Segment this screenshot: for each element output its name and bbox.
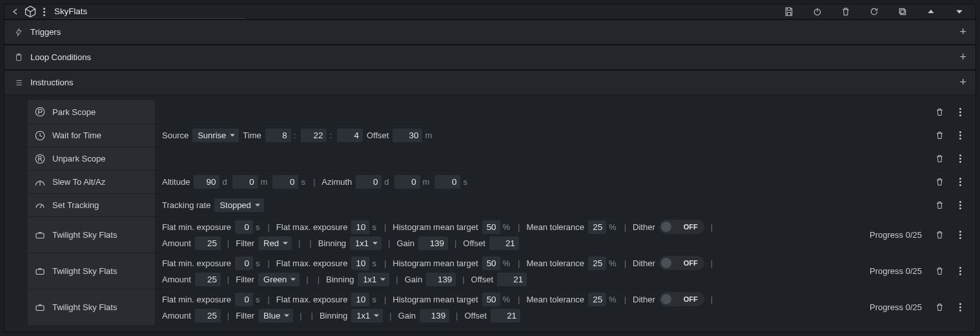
mean-tol-label: Mean tolerance [526, 258, 584, 268]
collapse-chevron-icon[interactable] [11, 8, 19, 16]
gain-input[interactable] [420, 309, 449, 322]
alt-min-input[interactable] [232, 175, 258, 189]
dither-toggle[interactable]: OFF [659, 220, 704, 234]
gain-input[interactable] [426, 273, 456, 286]
add-instruction-button[interactable]: + [959, 76, 966, 89]
filter-select[interactable]: Green [258, 273, 300, 286]
row-menu-icon[interactable] [958, 153, 963, 164]
flat-min-input[interactable] [235, 220, 253, 234]
sequence-header [5, 5, 975, 19]
row-menu-icon[interactable] [958, 130, 963, 141]
source-select[interactable]: Sunrise [192, 129, 239, 142]
alt-deg-input[interactable] [194, 175, 219, 189]
time-seconds-input[interactable] [337, 129, 363, 142]
gain-input[interactable] [418, 236, 448, 250]
offset-input[interactable] [489, 236, 519, 250]
instruction-row-tracking: Set Tracking Tracking rate Stopped [28, 193, 966, 216]
reset-icon[interactable] [868, 6, 880, 17]
power-icon[interactable] [812, 6, 823, 17]
trash-icon[interactable] [935, 230, 945, 240]
duplicate-icon[interactable] [897, 6, 908, 17]
row-menu-icon[interactable] [958, 176, 963, 187]
instructions-label: Instructions [30, 78, 73, 87]
row-title: Set Tracking [52, 200, 99, 210]
svg-rect-10 [36, 269, 44, 275]
trash-icon[interactable] [935, 302, 945, 312]
move-up-icon[interactable] [925, 6, 937, 17]
mean-tol-input[interactable] [588, 257, 606, 270]
park-icon [34, 106, 46, 118]
amount-input[interactable] [195, 236, 221, 250]
header-toolbar [783, 6, 969, 17]
list-icon [14, 78, 24, 88]
trash-icon[interactable] [935, 177, 945, 187]
az-deg-input[interactable] [356, 175, 382, 189]
filter-select[interactable]: Red [258, 236, 292, 250]
row-title: Twilight Sky Flats [52, 302, 117, 312]
amount-input[interactable] [195, 309, 221, 322]
clock-icon [34, 130, 46, 142]
unpark-icon [34, 153, 46, 165]
az-sec-input[interactable] [434, 175, 460, 189]
tracking-rate-select[interactable]: Stopped [214, 198, 263, 212]
row-title: Unpark Scope [52, 154, 105, 163]
binning-select[interactable]: 1x1 [350, 236, 382, 250]
amount-input[interactable] [195, 273, 221, 286]
binning-select[interactable]: 1x1 [358, 273, 389, 286]
row-header: Twilight Sky Flats [28, 289, 156, 325]
instruction-row-twilight: Twilight Sky Flats Flat min. exposure s … [28, 253, 966, 289]
trash-icon[interactable] [935, 200, 945, 210]
triggers-label: Triggers [30, 27, 61, 37]
add-trigger-button[interactable]: + [959, 25, 966, 39]
flat-max-input[interactable] [351, 220, 369, 234]
trash-icon[interactable] [935, 107, 945, 117]
offset-input[interactable] [393, 129, 422, 142]
time-hours-input[interactable] [265, 129, 291, 142]
hist-mean-input[interactable] [482, 220, 500, 234]
binning-select[interactable]: 1x1 [351, 309, 383, 322]
row-menu-icon[interactable] [958, 200, 963, 211]
flat-min-input[interactable] [235, 293, 253, 306]
instruction-row-twilight: Twilight Sky Flats Flat min. exposure s … [28, 216, 966, 253]
flat-max-input[interactable] [351, 257, 369, 270]
alt-sec-input[interactable] [272, 175, 298, 189]
hist-mean-input[interactable] [482, 293, 500, 306]
trash-icon[interactable] [840, 6, 852, 17]
offset-label: Offset [367, 131, 389, 140]
hist-mean-input[interactable] [482, 257, 500, 270]
filter-select[interactable]: Blue [258, 309, 293, 322]
mean-tol-input[interactable] [588, 220, 606, 234]
row-menu-icon[interactable] [958, 107, 963, 118]
gain-label: Gain [398, 311, 416, 320]
clipboard-icon [14, 52, 24, 63]
offset-input[interactable] [491, 309, 520, 322]
mean-tol-input[interactable] [588, 293, 606, 306]
binning-label: Binning [318, 238, 346, 248]
row-title: Park Scope [52, 107, 96, 117]
row-menu-icon[interactable] [958, 266, 963, 277]
instruction-row-slew: Slew To Alt/Az Altitude d m s | Azimuth … [28, 170, 966, 193]
svg-rect-2 [901, 10, 905, 14]
trash-icon[interactable] [935, 266, 945, 276]
offset-label: Offset [465, 311, 487, 320]
save-icon[interactable] [783, 6, 795, 17]
row-menu-icon[interactable] [958, 229, 963, 240]
trash-icon[interactable] [935, 131, 945, 140]
move-down-icon[interactable] [954, 6, 965, 17]
sequence-title-input[interactable] [52, 5, 245, 19]
flat-min-input[interactable] [235, 257, 253, 270]
time-minutes-input[interactable] [301, 129, 327, 142]
trash-icon[interactable] [935, 154, 945, 163]
dither-toggle[interactable]: OFF [659, 292, 704, 306]
offset-input[interactable] [497, 273, 527, 286]
drag-handle-icon[interactable] [42, 6, 46, 17]
dither-toggle[interactable]: OFF [659, 256, 704, 270]
add-loop-condition-button[interactable]: + [959, 50, 966, 64]
az-min-input[interactable] [394, 175, 420, 189]
source-label: Source [162, 131, 189, 140]
azimuth-label: Azimuth [322, 177, 352, 187]
amount-label: Amount [162, 275, 191, 284]
row-menu-icon[interactable] [958, 302, 963, 313]
flat-max-input[interactable] [351, 293, 369, 306]
camera-icon [34, 302, 46, 313]
